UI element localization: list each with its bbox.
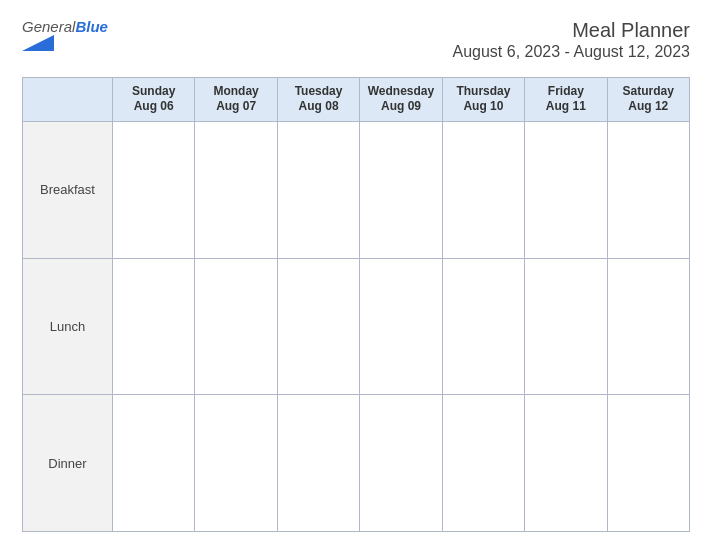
date-aug07: Aug 07	[216, 99, 256, 113]
logo-general: General	[22, 18, 75, 35]
date-aug11: Aug 11	[546, 99, 586, 113]
dinner-tuesday[interactable]	[277, 395, 359, 532]
dinner-monday[interactable]	[195, 395, 277, 532]
day-sunday: Sunday	[132, 84, 175, 98]
col-header-thursday: Thursday Aug 10	[442, 77, 524, 121]
breakfast-thursday[interactable]	[442, 121, 524, 258]
table-row: Lunch	[23, 258, 690, 395]
date-aug06: Aug 06	[134, 99, 174, 113]
day-friday: Friday	[548, 84, 584, 98]
lunch-thursday[interactable]	[442, 258, 524, 395]
lunch-sunday[interactable]	[113, 258, 195, 395]
planner-table: Sunday Aug 06 Monday Aug 07 Tuesday Aug …	[22, 77, 690, 532]
logo-area: General Blue	[22, 18, 108, 51]
breakfast-monday[interactable]	[195, 121, 277, 258]
lunch-friday[interactable]	[525, 258, 607, 395]
meal-label-breakfast: Breakfast	[23, 121, 113, 258]
breakfast-saturday[interactable]	[607, 121, 689, 258]
breakfast-wednesday[interactable]	[360, 121, 442, 258]
date-aug10: Aug 10	[463, 99, 503, 113]
header-row: Sunday Aug 06 Monday Aug 07 Tuesday Aug …	[23, 77, 690, 121]
table-header: Sunday Aug 06 Monday Aug 07 Tuesday Aug …	[23, 77, 690, 121]
breakfast-sunday[interactable]	[113, 121, 195, 258]
col-header-tuesday: Tuesday Aug 08	[277, 77, 359, 121]
date-range: August 6, 2023 - August 12, 2023	[452, 42, 690, 63]
meal-label-dinner: Dinner	[23, 395, 113, 532]
dinner-wednesday[interactable]	[360, 395, 442, 532]
dinner-thursday[interactable]	[442, 395, 524, 532]
col-header-wednesday: Wednesday Aug 09	[360, 77, 442, 121]
page-title: Meal Planner	[452, 18, 690, 42]
logo-blue: Blue	[75, 18, 108, 35]
day-tuesday: Tuesday	[295, 84, 343, 98]
lunch-saturday[interactable]	[607, 258, 689, 395]
title-area: Meal Planner August 6, 2023 - August 12,…	[452, 18, 690, 63]
lunch-wednesday[interactable]	[360, 258, 442, 395]
col-header-sunday: Sunday Aug 06	[113, 77, 195, 121]
day-thursday: Thursday	[456, 84, 510, 98]
day-wednesday: Wednesday	[368, 84, 434, 98]
dinner-friday[interactable]	[525, 395, 607, 532]
date-aug09: Aug 09	[381, 99, 421, 113]
breakfast-tuesday[interactable]	[277, 121, 359, 258]
date-aug08: Aug 08	[299, 99, 339, 113]
table-body: Breakfast Lunch Dinner	[23, 121, 690, 531]
day-saturday: Saturday	[623, 84, 674, 98]
dinner-saturday[interactable]	[607, 395, 689, 532]
header: General Blue Meal Planner August 6, 2023…	[22, 18, 690, 63]
day-monday: Monday	[213, 84, 258, 98]
col-header-friday: Friday Aug 11	[525, 77, 607, 121]
table-row: Dinner	[23, 395, 690, 532]
date-aug12: Aug 12	[628, 99, 668, 113]
col-header-saturday: Saturday Aug 12	[607, 77, 689, 121]
svg-marker-0	[22, 35, 54, 51]
lunch-tuesday[interactable]	[277, 258, 359, 395]
dinner-sunday[interactable]	[113, 395, 195, 532]
table-row: Breakfast	[23, 121, 690, 258]
breakfast-friday[interactable]	[525, 121, 607, 258]
logo-icon	[22, 35, 54, 51]
meal-label-lunch: Lunch	[23, 258, 113, 395]
page: General Blue Meal Planner August 6, 2023…	[0, 0, 712, 550]
lunch-monday[interactable]	[195, 258, 277, 395]
col-header-empty	[23, 77, 113, 121]
col-header-monday: Monday Aug 07	[195, 77, 277, 121]
